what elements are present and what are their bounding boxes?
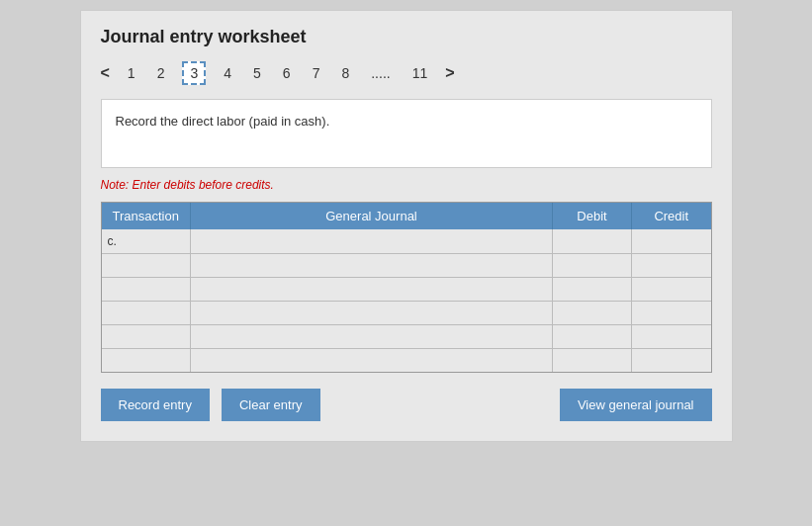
credit-input-5[interactable] [632, 325, 711, 348]
table-row [102, 324, 711, 348]
journal-input-cell-2[interactable] [191, 253, 553, 277]
instruction-box: Record the direct labor (paid in cash). [101, 99, 712, 168]
page-3-active[interactable]: 3 [182, 61, 206, 85]
journal-input-5[interactable] [191, 325, 552, 348]
transaction-cell-6 [102, 348, 191, 372]
note-text: Note: Enter debits before credits. [101, 178, 712, 192]
journal-input-cell-5[interactable] [191, 324, 553, 348]
page-ellipsis: ..... [367, 63, 394, 83]
col-header-credit: Credit [632, 203, 711, 229]
journal-input-2[interactable] [191, 254, 552, 277]
page-11[interactable]: 11 [408, 63, 432, 83]
debit-input-cell-1[interactable] [553, 229, 632, 253]
journal-input-cell-4[interactable] [191, 301, 553, 324]
record-entry-button[interactable]: Record entry [101, 389, 210, 421]
instruction-text: Record the direct labor (paid in cash). [116, 114, 330, 129]
table-row [102, 277, 711, 301]
debit-input-cell-4[interactable] [553, 301, 632, 324]
credit-input-1[interactable] [632, 229, 711, 253]
page-1[interactable]: 1 [124, 63, 139, 83]
journal-input-3[interactable] [191, 278, 552, 301]
debit-input-cell-5[interactable] [553, 324, 632, 348]
credit-input-6[interactable] [632, 349, 711, 373]
table-row [102, 301, 711, 324]
page-7[interactable]: 7 [309, 63, 324, 83]
credit-input-cell-6[interactable] [632, 348, 711, 372]
debit-input-3[interactable] [553, 278, 631, 301]
page-6[interactable]: 6 [279, 63, 295, 83]
credit-input-cell-3[interactable] [632, 277, 711, 301]
credit-input-cell-5[interactable] [632, 324, 711, 348]
button-row: Record entry Clear entry View general jo… [101, 389, 712, 421]
debit-input-4[interactable] [553, 302, 631, 324]
page-8[interactable]: 8 [337, 63, 353, 83]
view-general-journal-button[interactable]: View general journal [560, 389, 712, 421]
table-row [102, 348, 711, 372]
main-container: Journal entry worksheet < 1 2 3 4 5 6 7 … [80, 10, 733, 442]
journal-input-6[interactable] [191, 349, 552, 373]
page-5[interactable]: 5 [249, 63, 265, 83]
col-header-debit: Debit [553, 203, 632, 229]
page-2[interactable]: 2 [153, 63, 169, 83]
journal-input-cell-6[interactable] [191, 348, 553, 372]
debit-input-cell-3[interactable] [553, 277, 632, 301]
page-4[interactable]: 4 [220, 63, 235, 83]
table-row: c. [102, 229, 711, 253]
debit-input-cell-2[interactable] [553, 253, 632, 277]
pagination: < 1 2 3 4 5 6 7 8 ..... 11 > [101, 61, 712, 85]
col-header-transaction: Transaction [102, 203, 191, 229]
transaction-label: c. [102, 229, 191, 253]
transaction-cell-4 [102, 301, 191, 324]
journal-input-cell-3[interactable] [191, 277, 553, 301]
debit-input-1[interactable] [553, 229, 631, 253]
transaction-cell-3 [102, 277, 191, 301]
table-row [102, 253, 711, 277]
credit-input-2[interactable] [632, 254, 711, 277]
transaction-cell-5 [102, 324, 191, 348]
debit-input-cell-6[interactable] [553, 348, 632, 372]
debit-input-5[interactable] [553, 325, 631, 348]
journal-table: Transaction General Journal Debit Credit… [102, 203, 711, 372]
debit-input-2[interactable] [553, 254, 631, 277]
credit-input-4[interactable] [632, 302, 711, 324]
next-button[interactable]: > [445, 64, 454, 82]
credit-input-cell-4[interactable] [632, 301, 711, 324]
journal-input-cell-1[interactable] [191, 229, 553, 253]
journal-table-wrapper: Transaction General Journal Debit Credit… [101, 202, 712, 373]
transaction-cell-2 [102, 253, 191, 277]
prev-button[interactable]: < [101, 64, 110, 82]
page-title: Journal entry worksheet [101, 27, 712, 47]
credit-input-3[interactable] [632, 278, 711, 301]
col-header-journal: General Journal [191, 203, 553, 229]
clear-entry-button[interactable]: Clear entry [222, 389, 320, 421]
debit-input-6[interactable] [553, 349, 631, 373]
credit-input-cell-1[interactable] [632, 229, 711, 253]
journal-input-1[interactable] [191, 229, 552, 253]
journal-input-4[interactable] [191, 302, 552, 324]
credit-input-cell-2[interactable] [632, 253, 711, 277]
